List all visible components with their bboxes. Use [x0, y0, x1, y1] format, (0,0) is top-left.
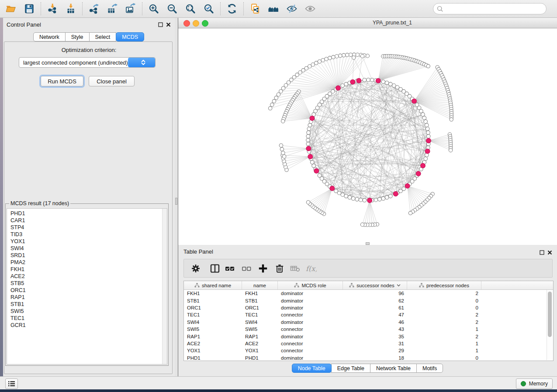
select-all-button[interactable] [223, 261, 236, 276]
list-item[interactable]: STB1 [10, 301, 167, 308]
cell-shared-name[interactable]: TEC1 [184, 311, 242, 318]
cell-MCDS-role[interactable]: dominator [278, 290, 343, 297]
column-header-successor-nodes[interactable]: successor nodes [343, 281, 407, 289]
zoom-in-button[interactable] [145, 1, 163, 16]
float-icon[interactable] [158, 22, 163, 28]
cell-MCDS-role[interactable]: connector [278, 326, 343, 333]
tab-style[interactable]: Style [65, 32, 90, 41]
tab-mcds[interactable]: MCDS [116, 32, 144, 41]
trash-button[interactable] [273, 261, 286, 276]
cell-shared-name[interactable]: FKH1 [184, 290, 242, 297]
table-row[interactable]: PHD1PHD1dominator180 [184, 354, 553, 361]
node-table[interactable]: shared namenameMCDS rolesuccessor nodesp… [183, 281, 554, 361]
table-row[interactable]: SWI4SWI4dominator462 [184, 319, 553, 326]
cell-successor-nodes[interactable]: 35 [343, 333, 407, 340]
zoom-selected-button[interactable] [200, 1, 218, 16]
table-row[interactable]: TEC1TEC1connector472 [184, 311, 553, 318]
cell-successor-nodes[interactable]: 47 [343, 311, 407, 318]
table-row[interactable]: FKH1FKH1dominator962 [184, 290, 553, 297]
list-item[interactable]: SWI4 [10, 245, 167, 252]
gear-button[interactable] [189, 261, 202, 276]
open-button[interactable] [2, 1, 20, 16]
list-item[interactable]: TEC1 [10, 315, 167, 322]
cell-MCDS-role[interactable]: dominator [278, 304, 343, 311]
list-item[interactable]: ACE2 [10, 273, 167, 280]
cell-shared-name[interactable]: ACE2 [184, 340, 242, 347]
vertical-splitter[interactable] [175, 18, 178, 376]
cell-name[interactable]: ORC1 [242, 304, 278, 311]
cell-predecessor-nodes[interactable]: 0 [407, 304, 481, 311]
import-table-button[interactable] [62, 1, 80, 16]
cell-MCDS-role[interactable]: dominator [278, 297, 343, 304]
table-row[interactable]: RAP1RAP1dominator352 [184, 333, 553, 340]
tab-select[interactable]: Select [89, 32, 117, 41]
cell-MCDS-role[interactable]: dominator [278, 354, 343, 361]
mcds-result-list[interactable]: PHD1CAR1STP4TID3YOX1SWI4SRD1PMA2FKH1ACE2… [7, 208, 167, 364]
table-row[interactable]: SWI5SWI5connector431 [184, 326, 553, 333]
cell-predecessor-nodes[interactable]: 2 [407, 290, 481, 297]
save-button[interactable] [20, 1, 38, 16]
cell-shared-name[interactable]: PHD1 [184, 354, 242, 361]
list-item[interactable]: YOX1 [10, 238, 167, 245]
cell-shared-name[interactable]: RAP1 [184, 333, 242, 340]
cell-name[interactable]: SWI5 [242, 326, 278, 333]
cell-MCDS-role[interactable]: dominator [278, 319, 343, 326]
cell-predecessor-nodes[interactable]: 2 [407, 319, 481, 326]
list-item[interactable]: RAP1 [10, 294, 167, 301]
cell-MCDS-role[interactable]: connector [278, 347, 343, 354]
table-row[interactable]: ACE2ACE2connector311 [184, 340, 553, 347]
cell-predecessor-nodes[interactable]: 0 [407, 297, 481, 304]
table-row[interactable]: STB1STB1dominator620 [184, 297, 553, 304]
run-mcds-button[interactable]: Run MCDS [41, 76, 83, 86]
zoom-out-button[interactable] [163, 1, 181, 16]
cell-name[interactable]: TEC1 [242, 311, 278, 318]
column-header-predecessor-nodes[interactable]: predecessor nodes [407, 281, 481, 289]
refresh-button[interactable] [223, 1, 241, 16]
first-neighbors-button[interactable] [264, 1, 283, 16]
import-network-button[interactable] [43, 1, 62, 16]
cell-successor-nodes[interactable]: 46 [343, 319, 407, 326]
float-icon[interactable] [539, 250, 545, 255]
cell-name[interactable]: FKH1 [242, 290, 278, 297]
memory-button[interactable]: Memory [516, 378, 553, 389]
network-canvas[interactable] [178, 28, 557, 245]
zoom-fit-button[interactable] [181, 1, 200, 16]
splitter-handle[interactable] [366, 242, 370, 245]
export-network-button[interactable] [85, 1, 103, 16]
list-item[interactable]: ORC1 [10, 287, 167, 294]
list-item[interactable]: STB5 [10, 280, 167, 287]
cell-predecessor-nodes[interactable]: 1 [407, 340, 481, 347]
cell-shared-name[interactable]: SWI5 [184, 326, 242, 333]
tab-network[interactable]: Network [33, 32, 66, 41]
hide-selected-button[interactable] [283, 1, 301, 16]
cell-predecessor-nodes[interactable]: 2 [407, 333, 481, 340]
close-traffic-light-icon[interactable] [183, 20, 190, 27]
cell-predecessor-nodes[interactable]: 1 [407, 326, 481, 333]
list-item[interactable]: SWI5 [10, 308, 167, 315]
list-item[interactable]: CAR1 [10, 217, 167, 224]
close-panel-button[interactable]: Close panel [89, 76, 135, 86]
cell-successor-nodes[interactable]: 62 [343, 297, 407, 304]
cell-predecessor-nodes[interactable]: 1 [407, 347, 481, 354]
cell-successor-nodes[interactable]: 29 [343, 347, 407, 354]
cell-successor-nodes[interactable]: 31 [343, 340, 407, 347]
column-header-MCDS-role[interactable]: MCDS role [278, 281, 343, 289]
maximize-traffic-light-icon[interactable] [202, 20, 208, 27]
cell-successor-nodes[interactable]: 96 [343, 290, 407, 297]
list-item[interactable]: FKH1 [10, 266, 167, 273]
list-item[interactable]: SRD1 [10, 252, 167, 259]
add-button[interactable] [256, 261, 270, 276]
close-icon[interactable] [547, 250, 553, 255]
cell-MCDS-role[interactable]: connector [278, 311, 343, 318]
network-graph[interactable] [178, 28, 557, 245]
tab-node-table[interactable]: Node Table [292, 364, 332, 373]
tab-network-table[interactable]: Network Table [370, 364, 417, 373]
cell-MCDS-role[interactable]: dominator [278, 333, 343, 340]
cell-shared-name[interactable]: STB1 [184, 297, 242, 304]
cell-predecessor-nodes[interactable]: 0 [407, 354, 481, 361]
close-icon[interactable] [166, 22, 171, 28]
cell-name[interactable]: STB1 [242, 297, 278, 304]
cell-MCDS-role[interactable]: connector [278, 340, 343, 347]
search-input[interactable] [446, 5, 546, 12]
minimize-traffic-light-icon[interactable] [193, 20, 199, 27]
